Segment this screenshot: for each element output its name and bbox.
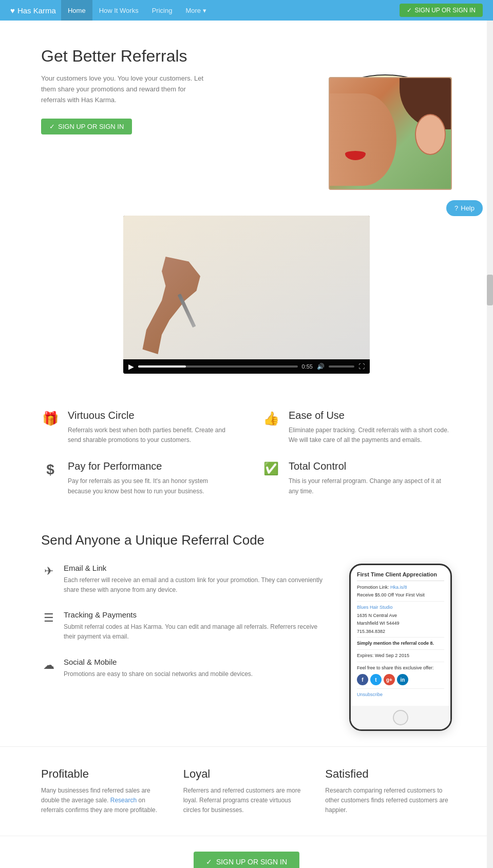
hero-title: Get Better Referrals bbox=[41, 46, 308, 66]
twitter-icon[interactable]: t bbox=[370, 674, 382, 685]
feature-virtuous-circle: 🎁 Virtuous Circle Referrals work best wh… bbox=[41, 410, 231, 445]
feature-pay-text: Pay for Performance Pay for referrals as… bbox=[68, 460, 231, 496]
feature-pay-desc: Pay for referrals as you see fit. It's a… bbox=[68, 476, 231, 496]
phone-instruction: Simply mention the referral code 8. bbox=[357, 640, 444, 647]
comic-lips bbox=[345, 151, 366, 160]
gift-icon: 🎁 bbox=[41, 411, 60, 427]
phone-expires: Expires: Wed Sep 2 2015 bbox=[357, 652, 444, 659]
referral-social-text: Social & Mobile Promotions are easy to s… bbox=[64, 658, 253, 679]
play-button[interactable]: ▶ bbox=[128, 362, 134, 371]
stat-profitable: Profitable Many businesses find referred… bbox=[41, 767, 168, 816]
features-section: 🎁 Virtuous Circle Referrals work best wh… bbox=[0, 394, 493, 517]
cta-footer: ✓ SIGN UP OR SIGN IN bbox=[0, 836, 493, 868]
phone-share: Feel free to share this exclusive offer: bbox=[357, 665, 444, 671]
thumbsup-icon: 👍 bbox=[262, 411, 280, 427]
nav-pricing[interactable]: Pricing bbox=[145, 0, 179, 21]
checkmark-circle-icon: ✅ bbox=[262, 461, 280, 476]
brand-name: Has Karma bbox=[17, 6, 56, 15]
referral-tracking-text: Tracking & Payments Submit referral code… bbox=[64, 610, 329, 642]
nav-links: Home How It Works Pricing More ▾ bbox=[61, 0, 400, 21]
phone-number: 715.384.8382 bbox=[357, 628, 444, 635]
hero-section: Get Better Referrals Your customers love… bbox=[0, 21, 493, 205]
phone-promo-link-row: Promotion Link: Hka.is/8 bbox=[357, 584, 444, 591]
fullscreen-icon[interactable]: ⛶ bbox=[358, 363, 365, 370]
phone-home-button bbox=[393, 710, 408, 725]
hero-cta-button[interactable]: ✓ SIGN UP OR SIGN IN bbox=[41, 119, 132, 134]
feature-control-desc: This is your referral program. Change an… bbox=[289, 476, 452, 496]
phone-receive: Receive $5.00 Off Your First Visit bbox=[357, 592, 444, 599]
phone-promo-link-label: Promotion Link: bbox=[357, 585, 389, 590]
phone-social-icons: f t g+ in bbox=[357, 674, 444, 685]
scrollbar-thumb[interactable] bbox=[487, 275, 493, 305]
referral-tracking-desc: Submit referral codes at Has Karma. You … bbox=[64, 622, 329, 642]
phone-divider-2 bbox=[357, 637, 444, 638]
googleplus-icon[interactable]: g+ bbox=[384, 674, 395, 685]
phone-screen: First Time Client Appreciation Promotion… bbox=[351, 565, 450, 706]
phone-mockup: First Time Client Appreciation Promotion… bbox=[349, 564, 452, 731]
stat-loyal: Loyal Referrers and referred customers a… bbox=[183, 767, 310, 816]
nav-signup-label: SIGN UP OR SIGN IN bbox=[415, 7, 476, 14]
comic-face bbox=[330, 93, 396, 186]
linkedin-icon[interactable]: in bbox=[397, 674, 408, 685]
referral-social: ☁ Social & Mobile Promotions are easy to… bbox=[41, 658, 329, 679]
footer-cta-icon: ✓ bbox=[206, 858, 212, 866]
time-display: 0:55 bbox=[302, 363, 313, 370]
feature-virtuous-desc: Referrals work best when both parties be… bbox=[68, 426, 231, 445]
phone-unsubscribe: Unsubscribe bbox=[357, 691, 444, 698]
hero-cta-label: SIGN UP OR SIGN IN bbox=[58, 123, 124, 130]
nav-home[interactable]: Home bbox=[61, 0, 92, 21]
phone-bottom bbox=[351, 706, 450, 729]
feature-pay-performance: $ Pay for Performance Pay for referrals … bbox=[41, 460, 231, 496]
referral-email-desc: Each referrer will receive an email and … bbox=[64, 575, 329, 595]
brand: ♥ Has Karma bbox=[10, 6, 56, 15]
feature-total-control: ✅ Total Control This is your referral pr… bbox=[262, 460, 452, 496]
volume-icon[interactable]: 🔊 bbox=[317, 363, 325, 370]
stat-profitable-desc: Many businesses find referred sales are … bbox=[41, 786, 168, 816]
comic-image bbox=[329, 77, 452, 190]
help-button[interactable]: ? Help bbox=[446, 200, 483, 216]
video-progress[interactable] bbox=[138, 365, 298, 368]
referral-tracking: ☰ Tracking & Payments Submit referral co… bbox=[41, 610, 329, 642]
hero-left: Get Better Referrals Your customers love… bbox=[41, 46, 308, 134]
phone-divider-1 bbox=[357, 601, 444, 602]
stat-satisfied: Satisfied Research comparing referred cu… bbox=[325, 767, 452, 816]
feature-virtuous-title: Virtuous Circle bbox=[68, 410, 231, 421]
scrollbar-track bbox=[487, 21, 493, 868]
phone-city: Marshfield WI 54449 bbox=[357, 620, 444, 627]
feature-ease-text: Ease of Use Eliminate paper tracking. Cr… bbox=[289, 410, 452, 445]
video-thumbnail bbox=[123, 216, 370, 359]
nav-signup-button[interactable]: ✓ SIGN UP OR SIGN IN bbox=[400, 4, 483, 17]
cloud-icon: ☁ bbox=[41, 659, 56, 672]
referral-email-text: Email & Link Each referrer will receive … bbox=[64, 564, 329, 595]
stat-satisfied-title: Satisfied bbox=[325, 767, 452, 781]
phone-promo-title: First Time Client Appreciation bbox=[357, 571, 444, 581]
referral-title: Send Anyone a Unique Referral Code bbox=[41, 532, 452, 548]
video-player[interactable]: ▶ 0:55 🔊 ⛶ bbox=[123, 216, 370, 374]
nav-more[interactable]: More ▾ bbox=[179, 0, 213, 21]
feature-control-text: Total Control This is your referral prog… bbox=[289, 460, 452, 496]
footer-cta-button[interactable]: ✓ SIGN UP OR SIGN IN bbox=[194, 852, 299, 868]
feature-control-title: Total Control bbox=[289, 460, 452, 472]
dollar-icon: $ bbox=[41, 461, 60, 478]
feature-virtuous-text: Virtuous Circle Referrals work best when… bbox=[68, 410, 231, 445]
video-controls[interactable]: ▶ 0:55 🔊 ⛶ bbox=[123, 359, 370, 374]
feature-ease-desc: Eliminate paper tracking. Credit referra… bbox=[289, 426, 452, 445]
footer-cta-label: SIGN UP OR SIGN IN bbox=[216, 858, 287, 866]
nav-how-it-works[interactable]: How It Works bbox=[92, 0, 145, 21]
referral-list: ✈ Email & Link Each referrer will receiv… bbox=[41, 564, 329, 679]
phone-business-link: Blues Hair Studio bbox=[357, 604, 444, 611]
phone-divider-3 bbox=[357, 649, 444, 650]
facebook-icon[interactable]: f bbox=[357, 674, 368, 685]
stat-profitable-title: Profitable bbox=[41, 767, 168, 781]
phone-address: 1635 N Central Ave bbox=[357, 612, 444, 619]
research-link[interactable]: Research bbox=[110, 797, 137, 804]
stat-loyal-desc: Referrers and referred customers are mor… bbox=[183, 786, 310, 816]
phone-divider-5 bbox=[357, 688, 444, 689]
cta-check-icon: ✓ bbox=[49, 123, 55, 130]
feature-pay-title: Pay for Performance bbox=[68, 460, 231, 472]
volume-slider[interactable] bbox=[329, 365, 354, 368]
phone-promo-link[interactable]: Hka.is/8 bbox=[390, 585, 407, 590]
email-icon: ✈ bbox=[41, 565, 56, 578]
stat-loyal-title: Loyal bbox=[183, 767, 310, 781]
referral-email: ✈ Email & Link Each referrer will receiv… bbox=[41, 564, 329, 595]
